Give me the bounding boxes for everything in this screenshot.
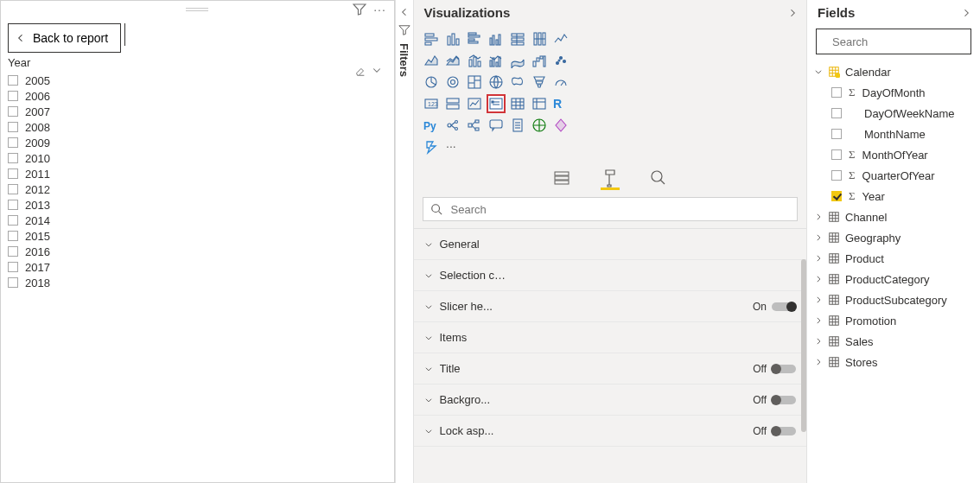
table-row[interactable]: Product (814, 248, 975, 269)
viz-power-apps-icon[interactable] (552, 117, 570, 134)
checkbox-icon[interactable] (8, 75, 18, 86)
checkbox-icon[interactable] (8, 106, 18, 117)
checkbox-icon[interactable] (831, 170, 842, 181)
chevron-right-icon[interactable] (814, 254, 823, 263)
checkbox-icon[interactable] (8, 246, 18, 257)
viz-multi-row-card-icon[interactable] (444, 95, 461, 112)
slicer-option[interactable]: 2005 (8, 73, 387, 88)
checkbox-icon[interactable] (831, 191, 842, 201)
viz-key-influencers-icon[interactable] (444, 117, 461, 134)
checkbox-icon[interactable] (8, 262, 18, 272)
drag-handle-icon[interactable] (186, 8, 208, 11)
collapse-right-icon[interactable] (961, 8, 971, 18)
viz-gauge-icon[interactable] (552, 73, 570, 91)
viz-map-icon[interactable] (487, 73, 505, 91)
table-row[interactable]: Channel (814, 207, 975, 227)
viz-table-icon[interactable] (509, 95, 526, 112)
checkbox-icon[interactable] (8, 200, 18, 210)
viz-filled-map-icon[interactable] (509, 73, 526, 91)
viz-power-automate-icon[interactable] (423, 138, 440, 156)
viz-arcgis-icon[interactable] (531, 117, 548, 134)
viz-qa-visual-icon[interactable] (487, 117, 505, 134)
viz-more-icon[interactable]: ··· (444, 138, 461, 156)
slicer-option[interactable]: 2016 (8, 244, 387, 259)
format-tab-icon[interactable] (601, 168, 620, 190)
filter-icon[interactable] (353, 3, 366, 16)
fields-tab-icon[interactable] (552, 168, 571, 190)
format-section[interactable]: Lock asp...Off (414, 416, 807, 447)
viz-line-stacked-column-icon[interactable] (466, 52, 483, 69)
checkbox-icon[interactable] (831, 149, 842, 160)
field-row[interactable]: ΣDayOfMonth (814, 82, 975, 103)
checkbox-icon[interactable] (831, 87, 842, 98)
table-row[interactable]: Sales (814, 331, 975, 352)
format-section[interactable]: Items (414, 322, 807, 353)
viz-clustered-bar-icon[interactable] (466, 30, 483, 48)
viz-kpi-icon[interactable] (466, 95, 483, 112)
viz-paginated-icon[interactable] (509, 117, 526, 134)
table-row[interactable]: Geography (814, 227, 975, 248)
viz-py-visual-icon[interactable]: Py (423, 117, 440, 134)
viz-treemap-icon[interactable] (466, 73, 483, 91)
checkbox-icon[interactable] (8, 168, 18, 179)
filters-pane-collapsed[interactable]: Filters (395, 0, 414, 483)
checkbox-icon[interactable] (8, 231, 18, 241)
field-row[interactable]: ΣQuarterOfYear (814, 165, 975, 186)
checkbox-icon[interactable] (8, 137, 18, 148)
checkbox-icon[interactable] (8, 91, 18, 101)
slicer-option[interactable]: 2017 (8, 259, 387, 275)
chevron-down-icon[interactable] (814, 67, 823, 76)
format-search-input[interactable] (449, 202, 791, 217)
expand-left-icon[interactable] (399, 7, 410, 17)
viz-slicer-visual-icon[interactable] (487, 95, 505, 112)
table-row[interactable]: Stores (814, 352, 975, 372)
slicer-option[interactable]: 2018 (8, 275, 387, 290)
chevron-right-icon[interactable] (814, 296, 823, 304)
analytics-tab-icon[interactable] (649, 168, 668, 190)
fields-search[interactable] (816, 29, 971, 54)
toggle[interactable]: Off (753, 363, 796, 375)
slicer-option[interactable]: 2015 (8, 228, 387, 244)
viz-stacked-bar-icon[interactable] (423, 30, 440, 48)
checkbox-icon[interactable] (8, 122, 18, 132)
viz-funnel-icon[interactable] (531, 73, 548, 91)
scrollbar[interactable] (801, 259, 806, 432)
format-section[interactable]: Backgro...Off (414, 384, 807, 416)
slicer-option[interactable]: 2008 (8, 119, 387, 135)
slicer-option[interactable]: 2010 (8, 150, 387, 166)
slicer-option[interactable]: 2012 (8, 181, 387, 197)
slicer-option[interactable]: 2007 (8, 104, 387, 119)
viz-r-visual-icon[interactable]: R (552, 95, 570, 112)
format-section[interactable]: TitleOff (414, 353, 807, 384)
chevron-right-icon[interactable] (814, 316, 823, 325)
slicer-option[interactable]: 2013 (8, 197, 387, 213)
table-row[interactable]: Promotion (814, 310, 975, 331)
format-section[interactable]: General (414, 229, 807, 260)
viz-scatter-icon[interactable] (552, 52, 570, 69)
format-section[interactable]: Selection controls (414, 260, 807, 291)
viz-area-icon[interactable] (423, 52, 440, 69)
viz-stacked-area-icon[interactable] (444, 52, 461, 69)
slicer-option[interactable]: 2006 (8, 88, 387, 104)
checkbox-icon[interactable] (831, 129, 842, 139)
checkbox-icon[interactable] (8, 215, 18, 226)
collapse-right-icon[interactable] (787, 8, 798, 18)
slicer-option[interactable]: 2014 (8, 213, 387, 228)
toggle[interactable]: Off (753, 394, 796, 406)
field-row[interactable]: ΣYear (814, 186, 975, 207)
toggle[interactable]: On (753, 301, 796, 313)
chevron-right-icon[interactable] (814, 213, 823, 221)
table-row[interactable]: ProductSubcategory (814, 289, 975, 310)
table-row[interactable]: Calendar (814, 61, 975, 82)
viz-matrix-icon[interactable] (531, 95, 548, 112)
chevron-right-icon[interactable] (814, 275, 823, 283)
viz-pie-icon[interactable] (423, 73, 440, 91)
format-section[interactable]: Slicer he...On (414, 291, 807, 322)
viz-clustered-column-icon[interactable] (487, 30, 505, 48)
checkbox-icon[interactable] (8, 184, 18, 194)
viz-ribbon-icon[interactable] (509, 52, 526, 69)
viz-card-icon[interactable]: 123 (423, 95, 440, 112)
toggle[interactable]: Off (753, 425, 796, 437)
checkbox-icon[interactable] (8, 277, 18, 288)
viz-stacked-column-icon[interactable] (444, 30, 461, 48)
